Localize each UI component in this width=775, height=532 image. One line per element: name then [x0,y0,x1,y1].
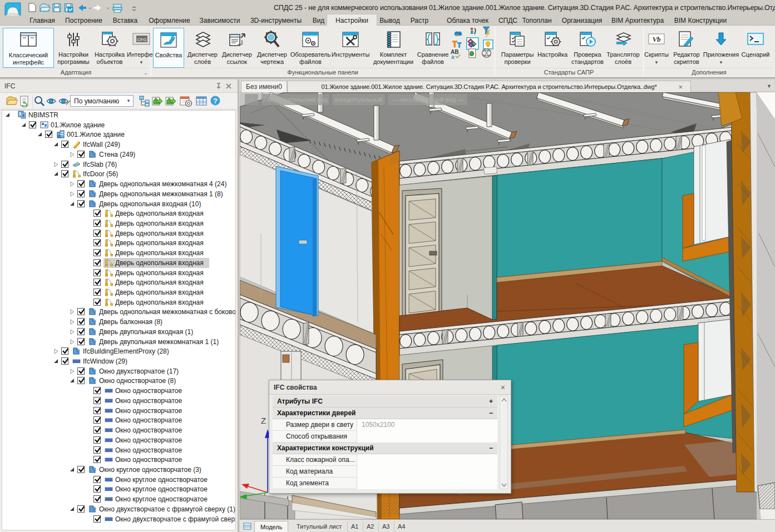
svg-text:Z: Z [261,416,266,425]
svg-text:a: a [451,54,455,60]
svg-text:CFG: CFG [137,37,147,42]
svg-text:?: ? [213,97,218,105]
svg-text:Vb: Vb [652,35,661,43]
svg-text:— несохраненный вид —: — несохраненный вид — [392,96,464,103]
svg-text:Концептуальный: Концептуальный [335,96,383,103]
svg-text:Пользовательский вид: Пользовательский вид [263,96,328,103]
svg-text:+: + [250,96,253,103]
